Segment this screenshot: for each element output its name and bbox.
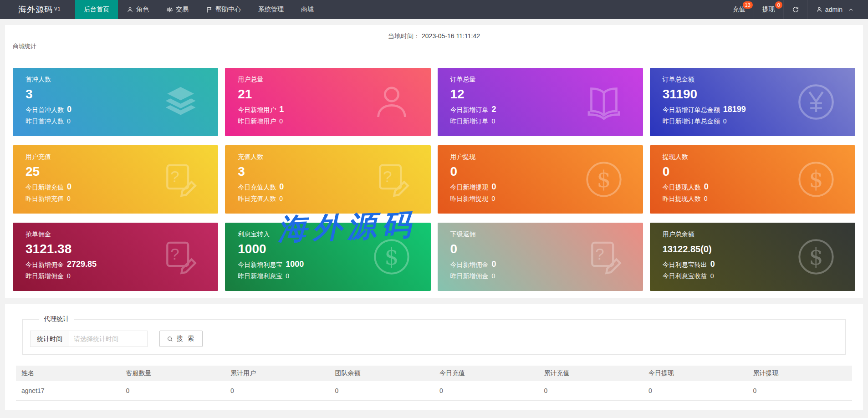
agent-stats-fieldset: 代理统计 统计时间 搜 索 (22, 315, 846, 355)
yesterday-value: 0 (492, 272, 495, 280)
dollar-icon: $ (796, 237, 836, 277)
stats-cards-grid: 首冲人数 3 今日首冲人数0 昨日首冲人数0 用户总量 21 今日新增用户1 昨… (13, 68, 855, 291)
yesterday-label: 昨日新增佣金 (26, 272, 64, 280)
refresh-icon (792, 6, 799, 13)
yesterday-label: 昨日新增用户 (238, 117, 276, 125)
nav-item-roles[interactable]: 角色 (118, 0, 158, 19)
col-total-recharge: 累计充值 (539, 366, 643, 381)
svg-text:$: $ (809, 166, 823, 193)
yesterday-value: 0 (704, 195, 708, 202)
local-time-value: 2023-05-16 11:11:42 (422, 32, 480, 40)
yesterday-label: 昨日首冲人数 (26, 117, 64, 125)
mall-stats-panel: 当地时间：2023-05-16 11:11:42 商城统计 首冲人数 3 今日首… (5, 25, 863, 298)
dollar-icon: $ (584, 159, 624, 199)
book-icon (584, 82, 624, 122)
nav-item-help-center[interactable]: 帮助中心 (197, 0, 250, 19)
stat-card: 订单总金额 31190 今日新增订单总金额18199 昨日新增订单总金额0 (650, 68, 855, 136)
today-label: 今日新增订单 (450, 106, 489, 113)
today-value: 0 (492, 182, 496, 191)
withdraw-badge: 0 (775, 1, 782, 9)
nav-item-trade[interactable]: 交易 (158, 0, 197, 19)
yesterday-label: 昨日新增佣金 (450, 272, 489, 280)
yesterday-value: 0 (279, 117, 283, 125)
yesterday-value: 0 (279, 195, 283, 202)
nav-item-dashboard[interactable]: 后台首页 (75, 0, 118, 19)
col-total-withdraw: 累计提现 (748, 366, 853, 381)
nav-item-label: 商城 (301, 5, 314, 14)
nav-item-mall[interactable]: 商城 (292, 0, 322, 19)
today-value: 0 (492, 260, 496, 269)
agent-stats-legend: 代理统计 (39, 315, 74, 323)
today-label: 今日充值人数 (238, 184, 276, 191)
main-menu: 后台首页 角色 交易 帮助中心 系统管理 商城 (75, 0, 322, 19)
today-label: 今日提现人数 (663, 184, 701, 191)
yesterday-label: 昨日提现人数 (663, 195, 701, 202)
recharge-button[interactable]: 充值 13 (725, 0, 754, 19)
stat-card: 提现人数 0 今日提现人数0 昨日提现人数0 $ (650, 145, 855, 214)
today-value: 1 (279, 105, 284, 114)
yesterday-label: 昨日新增充值 (26, 195, 64, 202)
col-total-users: 累计用户 (225, 366, 330, 381)
yen-icon (796, 82, 836, 122)
time-filter-input[interactable] (69, 331, 148, 347)
person-icon (372, 82, 412, 122)
today-value: 2 (492, 105, 496, 114)
today-value: 0 (67, 182, 71, 191)
today-value: 0 (67, 105, 71, 114)
svg-text:?: ? (383, 168, 392, 185)
withdraw-button[interactable]: 提现 0 (754, 0, 783, 19)
person-icon (816, 6, 822, 13)
svg-text:?: ? (170, 245, 179, 263)
nav-item-system[interactable]: 系统管理 (250, 0, 292, 19)
today-value: 18199 (723, 105, 746, 114)
withdraw-label: 提现 (762, 5, 775, 14)
agent-table: 姓名 客服数量 累计用户 团队余额 今日充值 累计充值 今日提现 累计提现 ag… (16, 366, 852, 401)
svg-text:$: $ (384, 244, 399, 270)
svg-text:?: ? (170, 168, 179, 185)
yesterday-value: 0 (723, 117, 727, 125)
today-label: 今日首冲人数 (26, 106, 64, 113)
yesterday-value: 0 (710, 272, 714, 280)
today-value: 1000 (286, 260, 304, 269)
user-icon (127, 6, 133, 13)
chevron-up-icon (846, 7, 853, 12)
doc-question-icon: ? (159, 237, 199, 277)
svg-text:$: $ (597, 166, 611, 193)
stat-card: 用户总量 21 今日新增用户1 昨日新增用户0 (225, 68, 430, 136)
nav-item-label: 角色 (136, 5, 149, 14)
refresh-button[interactable] (783, 0, 807, 19)
stat-card: 首冲人数 3 今日首冲人数0 昨日首冲人数0 (13, 68, 218, 136)
today-value: 2729.85 (67, 260, 97, 269)
local-time-label: 当地时间： (388, 32, 420, 40)
svg-text:$: $ (809, 244, 823, 270)
dollar-icon: $ (796, 159, 836, 199)
col-today-recharge: 今日充值 (434, 366, 539, 381)
brand-text: 海外源码 (18, 4, 53, 15)
search-button-label: 搜 索 (177, 335, 195, 343)
yesterday-value: 0 (67, 272, 71, 280)
search-button[interactable]: 搜 索 (159, 331, 203, 347)
today-label: 今日新增利息宝 (238, 261, 282, 268)
col-team-balance: 团队余额 (330, 366, 434, 381)
agent-table-body: agnet170 00 00 00 (16, 381, 852, 401)
flag-icon (206, 6, 213, 13)
nav-item-label: 后台首页 (84, 5, 109, 14)
stat-card: 用户充值 25 今日新增充值0 昨日新增充值0 ? (13, 145, 218, 214)
doc-question-icon: ? (372, 159, 412, 199)
yesterday-value: 0 (492, 117, 495, 125)
stat-card: 下级返佣 0 今日新增佣金0 昨日新增佣金0 ? (438, 223, 643, 291)
user-menu[interactable]: admin (807, 0, 862, 19)
today-value: 0 (710, 260, 715, 269)
dollar-icon: $ (372, 237, 412, 277)
yesterday-value: 0 (67, 195, 71, 202)
yesterday-label: 昨日新增订单总金额 (663, 117, 720, 125)
today-value: 0 (704, 182, 709, 191)
nav-item-label: 帮助中心 (215, 5, 241, 14)
stat-card: 用户总余额 13122.85(0) 今日利息宝转出0 今日利息宝收益0 $ (650, 223, 855, 291)
agent-table-header-row: 姓名 客服数量 累计用户 团队余额 今日充值 累计充值 今日提现 累计提现 (16, 366, 852, 381)
col-name: 姓名 (16, 366, 121, 381)
nav-item-label: 交易 (176, 5, 189, 14)
doc-question-icon: ? (584, 237, 624, 277)
brand-logo[interactable]: 海外源码 V1 (0, 0, 75, 19)
nav-item-label: 系统管理 (258, 5, 284, 14)
